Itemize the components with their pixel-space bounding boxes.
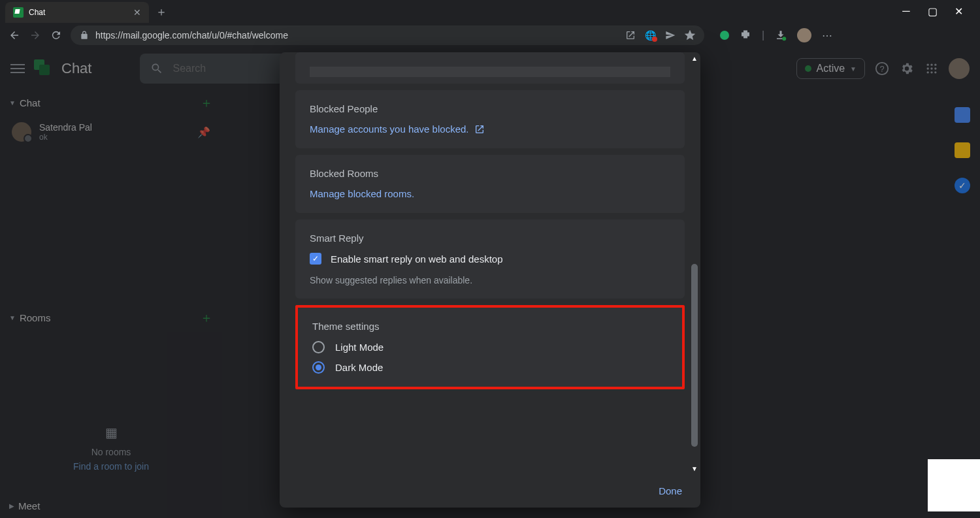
smart-reply-checkbox[interactable]: ✓	[310, 253, 321, 265]
app-title: Chat	[61, 60, 91, 77]
status-label: Active	[817, 63, 845, 74]
chat-list-item[interactable]: Satendra Pal ok 📌	[0, 118, 222, 146]
tab-title: Chat	[29, 8, 128, 17]
favorite-icon[interactable]	[685, 30, 695, 40]
add-chat-button[interactable]: ＋	[200, 94, 213, 112]
settings-dialog: ▲ ▼ Blocked People Manage accounts you h…	[280, 52, 700, 508]
url-bar[interactable]: https://mail.google.com/chat/u/0/#chat/w…	[71, 25, 704, 45]
extensions-icon[interactable]	[740, 29, 751, 41]
maximize-button[interactable]: ▢	[926, 5, 939, 18]
blocked-people-title: Blocked People	[310, 103, 670, 114]
back-button[interactable]	[8, 29, 21, 42]
smart-reply-card: Smart Reply ✓ Enable smart reply on web …	[295, 219, 685, 299]
meet-section-header[interactable]: ▶ Meet	[0, 494, 222, 518]
close-tab-icon[interactable]: ✕	[133, 7, 141, 18]
status-dot-icon	[805, 65, 811, 72]
chat-logo-icon	[34, 59, 52, 78]
manage-blocked-people-link[interactable]: Manage accounts you have blocked.	[310, 123, 485, 135]
svg-point-7	[930, 67, 932, 69]
manage-blocked-rooms-link[interactable]: Manage blocked rooms.	[310, 188, 414, 199]
blocked-rooms-title: Blocked Rooms	[310, 168, 670, 179]
blocked-people-card: Blocked People Manage accounts you have …	[295, 90, 685, 148]
rooms-empty-icon: ▦	[0, 425, 222, 440]
light-mode-radio[interactable]	[312, 341, 325, 353]
chevron-down-icon: ▼	[850, 65, 857, 73]
theme-title: Theme settings	[312, 321, 668, 332]
profile-avatar-icon[interactable]	[797, 28, 811, 42]
svg-point-10	[930, 71, 932, 73]
lock-icon	[80, 31, 89, 40]
smart-reply-description: Show suggested replies when available.	[310, 275, 670, 285]
contact-avatar	[12, 122, 31, 142]
browser-menu-icon[interactable]: ⋯	[822, 29, 832, 42]
dark-mode-radio-row[interactable]: Dark Mode	[312, 361, 668, 374]
chat-section-label: Chat	[20, 97, 41, 108]
pin-icon[interactable]: 📌	[197, 126, 210, 138]
refresh-button[interactable]	[50, 29, 63, 42]
done-button[interactable]: Done	[659, 485, 682, 496]
adblock-icon[interactable]: 🌐	[645, 30, 656, 40]
svg-point-3	[927, 64, 929, 66]
svg-point-5	[934, 64, 936, 66]
tab-bar: Chat ✕ ＋ ─ ▢ ✕	[0, 0, 980, 23]
open-external-icon[interactable]	[625, 30, 636, 40]
chat-favicon	[13, 7, 24, 18]
dark-mode-label: Dark Mode	[335, 362, 383, 373]
dark-mode-radio[interactable]	[312, 361, 325, 374]
svg-text:?: ?	[879, 64, 884, 74]
rooms-empty-state: ▦ No rooms Find a room to join	[0, 425, 222, 472]
chevron-right-icon: ▶	[9, 502, 14, 510]
find-room-link[interactable]: Find a room to join	[0, 461, 222, 472]
rooms-section-header[interactable]: ▼ Rooms ＋	[0, 302, 222, 333]
settings-gear-icon[interactable]	[899, 61, 915, 76]
blocked-rooms-card: Blocked Rooms Manage blocked rooms.	[295, 155, 685, 213]
svg-point-0	[782, 37, 786, 40]
search-icon	[150, 62, 163, 75]
smart-reply-checkbox-label: Enable smart reply on web and desktop	[331, 253, 503, 265]
tasks-sidepanel-icon[interactable]: ✓	[955, 178, 970, 193]
svg-point-4	[930, 64, 932, 66]
watermark-square	[928, 459, 980, 511]
external-link-icon	[474, 124, 485, 135]
keep-sidepanel-icon[interactable]	[955, 142, 970, 158]
light-mode-label: Light Mode	[335, 342, 384, 353]
chevron-down-icon: ▼	[9, 99, 16, 106]
dialog-scrollbar[interactable]: ▲ ▼	[691, 55, 698, 472]
contact-snippet: ok	[39, 133, 92, 142]
new-tab-button[interactable]: ＋	[155, 4, 167, 20]
main-menu-button[interactable]	[10, 64, 25, 73]
svg-point-6	[927, 67, 929, 69]
status-chip[interactable]: Active ▼	[796, 58, 865, 79]
url-text: https://mail.google.com/chat/u/0/#chat/w…	[95, 30, 288, 40]
no-rooms-label: No rooms	[0, 447, 222, 457]
calendar-sidepanel-icon[interactable]	[955, 107, 970, 123]
apps-grid-icon[interactable]	[924, 61, 939, 76]
chat-section-header[interactable]: ▼ Chat ＋	[0, 88, 222, 118]
downloads-icon[interactable]	[775, 29, 787, 41]
contact-name: Satendra Pal	[39, 122, 92, 133]
send-icon[interactable]	[665, 30, 676, 40]
close-window-button[interactable]: ✕	[952, 5, 965, 18]
window-controls: ─ ▢ ✕	[900, 5, 975, 18]
rooms-section-label: Rooms	[20, 312, 51, 323]
smart-reply-title: Smart Reply	[310, 233, 670, 244]
account-avatar[interactable]	[949, 58, 970, 79]
minimize-button[interactable]: ─	[900, 5, 913, 18]
theme-settings-card: Theme settings Light Mode Dark Mode	[295, 305, 685, 389]
svg-point-8	[934, 67, 936, 69]
help-icon[interactable]: ?	[874, 61, 890, 76]
svg-point-9	[927, 71, 929, 73]
extension-dot-icon[interactable]	[720, 31, 729, 40]
chevron-down-icon: ▼	[9, 314, 16, 321]
svg-point-11	[934, 71, 936, 73]
browser-tab[interactable]: Chat ✕	[5, 2, 149, 23]
partial-card-top	[295, 52, 685, 84]
light-mode-radio-row[interactable]: Light Mode	[312, 341, 668, 353]
add-room-button[interactable]: ＋	[200, 309, 213, 327]
meet-section-label: Meet	[18, 500, 40, 511]
forward-button[interactable]	[29, 29, 42, 42]
